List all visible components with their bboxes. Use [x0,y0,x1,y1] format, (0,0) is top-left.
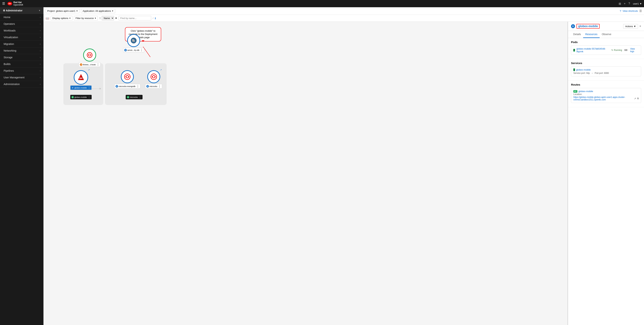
terminal-icon[interactable]: ⌨ [624,49,627,51]
svc-name-link[interactable]: globex-mobile [576,68,591,71]
actions-label: Actions [625,25,633,28]
sidebar-item-workloads-label: Workloads [4,29,16,32]
user-menu[interactable]: user1 ▼ [633,2,642,5]
globex-mobile-menu-icon[interactable]: ⋮ [88,86,90,89]
microcks-app-menu-icon[interactable]: ⋮ [138,95,142,99]
pod-name-link[interactable]: globex-mobile-557db54548-9qzmk [576,47,610,53]
redhat-logo-icon: RH [7,2,12,5]
microcks-label[interactable]: D microcks ⋮ [145,84,162,88]
name-filter-select[interactable]: Name [102,16,114,20]
project-caret-icon: ▼ [76,10,78,12]
plus-icon[interactable]: + [624,2,626,5]
tab-observe[interactable]: Observe [600,31,614,38]
service-row: S globex-mobile [573,68,639,71]
actions-button[interactable]: Actions ▼ [623,24,638,28]
side-panel-name[interactable]: globex-mobile [576,24,600,28]
pod-card: P globex-mobile-557db54548-9qzmk ↻ Runni… [571,45,641,55]
hamburger-menu-icon[interactable]: ☰ [2,2,5,5]
microcks-external-link-icon[interactable]: ↗ [160,69,162,71]
external-link-icon[interactable]: ↗ [88,69,90,71]
display-options-button[interactable]: Display options ▼ [51,16,72,20]
globex-mobile-app-name: globex-mobile [74,96,87,98]
application-selector[interactable]: Application: All applications ▼ [81,9,115,13]
help-icon[interactable]: ? [628,2,630,5]
route-card: RT globex-mobile Location: https://globe… [571,88,641,103]
external-link-icon[interactable]: ↗ [634,97,636,100]
sidebar-item-administration-label: Administration [4,83,20,86]
sidebar-item-operators-label: Operators [4,22,15,25]
list-view-icon[interactable]: ☰ [639,9,642,13]
sidebar-item-administration[interactable]: Administration › [0,81,44,88]
panel-tabs: Details Resources Observe [568,31,644,38]
routes-section-title: Routes [571,83,641,86]
top-navigation: ☰ RH Red Hat OpenShift ⊞ + ? user1 ▼ [0,0,644,7]
pod-status: ↻ Running [612,49,622,51]
microcks-mongodb-label[interactable]: D microcks-mongodb ⋮ [114,84,140,88]
main-layout: ⚙ Administrator ▼ Home › Operators › Wor… [0,7,644,325]
node-threest-hook[interactable]: J threes...t-hook ⋮ [79,48,100,67]
threest-hook-menu-icon[interactable]: ⋮ [96,63,100,66]
angular-icon [77,73,85,81]
svg-text:RH: RH [8,3,11,5]
view-logs-link[interactable]: View logs [630,48,639,53]
svg-marker-7 [91,54,92,56]
sidebar-item-builds[interactable]: Builds › [0,61,44,67]
svg-text:🐘: 🐘 [132,39,136,42]
badge-j-icon: J [80,63,82,66]
sidebar-item-pipelines[interactable]: Pipelines › [0,67,44,74]
filter-by-resource-button[interactable]: Filter by resource ▼ [74,16,98,20]
node-globex-mobile-app[interactable]: A globex-mobile ⋮ [70,94,92,99]
microcks-mongodb-icon [124,73,131,80]
threest-hook-node-icon [86,52,93,58]
sidebar-admin-header[interactable]: ⚙ Administrator ▼ [0,7,44,14]
node-microcks-app[interactable]: A microcks ⋮ [126,94,142,99]
servic-try-db-name: servic...try-db [127,49,139,51]
sidebar-item-home[interactable]: Home › [0,14,44,21]
servic-try-db-menu-icon[interactable]: ⋮ [140,48,143,52]
filter-resource-caret-icon: ▼ [94,17,96,19]
chevron-right-icon: › [40,76,40,78]
servic-try-db-label[interactable]: D servic...try-db ⋮ [123,48,144,52]
topology-canvas[interactable]: Click "globex-mobile" to navigate to the… [44,22,568,325]
project-selector[interactable]: Project: globex-apim-user1 ▼ [46,9,80,13]
route-url-link[interactable]: https://globex-mobile-globex-apim-user1.… [573,96,633,101]
sidebar-item-virtualization-label: Virtualization [4,36,18,39]
side-panel-title: D globex-mobile [571,24,600,28]
node-microcks-mongodb[interactable]: D microcks-mongodb ⋮ [114,70,140,88]
sidebar-item-operators[interactable]: Operators › [0,21,44,27]
grid-icon[interactable]: ⊞ [619,2,621,5]
pod-badge-icon: P [573,49,575,51]
view-shortcuts-link[interactable]: View shortcuts [623,9,638,12]
globex-mobile-app-menu-icon[interactable]: ⋮ [88,95,90,99]
copy-icon[interactable]: ⧉ [637,97,639,100]
globex-mobile-app-label[interactable]: A globex-mobile ⋮ [70,95,92,99]
find-by-name-input[interactable] [118,16,151,20]
tab-resources[interactable]: Resources [583,31,600,38]
question-icon: ? [620,9,621,12]
microcks-app-label[interactable]: A microcks ⋮ [126,95,142,99]
sidebar-item-workloads[interactable]: Workloads › [0,27,44,34]
microcks-mongodb-menu-icon[interactable]: ⋮ [136,84,139,88]
info-icon[interactable]: ℹ [155,17,156,20]
sidebar-item-migration[interactable]: Migration › [0,41,44,47]
close-button[interactable]: × [640,25,641,28]
globex-mobile-label[interactable]: D globex-mobile ⋮ [70,85,92,90]
microcks-menu-icon[interactable]: ⋮ [158,84,161,88]
sidebar-item-storage[interactable]: Storage › [0,54,44,61]
deployment-badge: D [571,24,575,28]
sidebar-item-networking[interactable]: Networking › [0,47,44,54]
node-microcks[interactable]: ↗ D microcks [145,70,162,88]
toolbar-right: ? View shortcuts ☰ [620,9,642,13]
route-name-link[interactable]: globex-mobile [578,90,593,93]
microcks-icon [150,73,158,80]
threest-hook-label[interactable]: J threes...t-hook ⋮ [79,62,100,67]
chevron-down-icon: ▼ [38,9,40,11]
node-servic-try-db[interactable]: 🐘 D servic...try-db ⋮ [123,34,144,52]
badge-d-icon2: D [71,86,74,89]
tab-details[interactable]: Details [571,31,583,38]
sidebar-item-virtualization[interactable]: Virtualization › [0,34,44,41]
sidebar-item-usermgmt[interactable]: User Management › [0,74,44,81]
topology-book-icon[interactable]: 📖 [46,16,49,20]
badge-a-icon: A [71,96,74,98]
node-globex-mobile[interactable]: ↗ D globex-mobi [70,70,92,90]
